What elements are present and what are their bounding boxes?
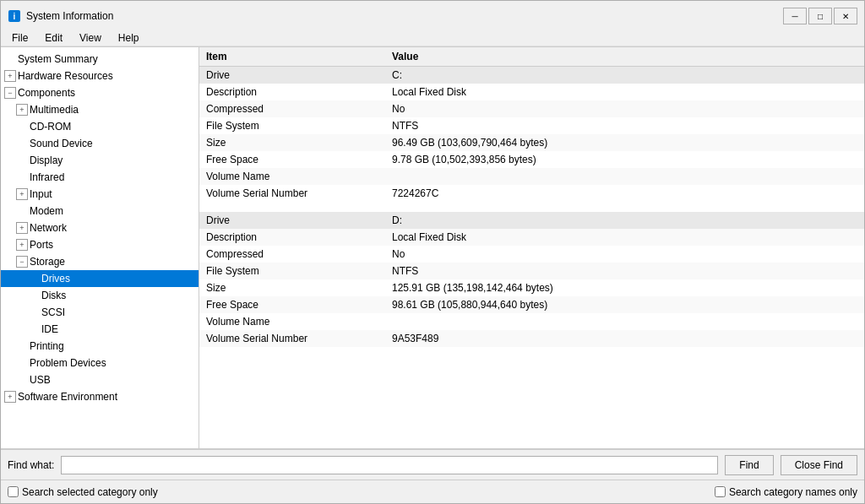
expander-cd-rom xyxy=(16,121,28,133)
sidebar-label-display: Display xyxy=(30,153,63,168)
table-row: Drive C: xyxy=(199,67,864,84)
sidebar-item-cd-rom[interactable]: CD-ROM xyxy=(1,118,199,135)
row-item: Compressed xyxy=(199,246,385,263)
sidebar-label-problem-devices: Problem Devices xyxy=(30,355,106,371)
sidebar-item-ports[interactable]: Ports xyxy=(1,236,199,253)
row-value: 125.91 GB (135,198,142,464 bytes) xyxy=(385,279,864,296)
table-row: Drive D: xyxy=(199,212,864,229)
menu-help[interactable]: Help xyxy=(111,30,147,44)
row-item: Drive xyxy=(199,212,385,229)
sidebar-label-scsi: SCSI xyxy=(41,305,65,320)
sidebar-item-ide[interactable]: IDE xyxy=(1,321,199,338)
row-value: NTFS xyxy=(385,263,864,279)
row-item: Description xyxy=(199,229,385,246)
find-label: Find what: xyxy=(8,459,54,471)
sidebar-label-network: Network xyxy=(30,220,67,236)
sidebar-item-modem[interactable]: Modem xyxy=(1,203,199,219)
row-value: Local Fixed Disk xyxy=(385,84,864,100)
expander-hardware-resources xyxy=(4,70,16,82)
checkbox-selected-category[interactable]: Search selected category only xyxy=(8,486,158,498)
sidebar-item-system-summary[interactable]: System Summary xyxy=(1,51,199,68)
close-button[interactable]: ✕ xyxy=(834,8,857,24)
sidebar-label-ide: IDE xyxy=(41,322,58,337)
expander-components xyxy=(4,87,16,99)
col-header-item: Item xyxy=(199,47,385,67)
table-row: Free Space 9.78 GB (10,502,393,856 bytes… xyxy=(199,151,864,168)
menu-view[interactable]: View xyxy=(72,30,109,44)
main-container: System Summary Hardware Resources Compon… xyxy=(1,46,864,448)
svg-text:i: i xyxy=(14,12,16,21)
sidebar-item-components[interactable]: Components xyxy=(1,84,199,101)
sidebar-label-infrared: Infrared xyxy=(30,170,64,185)
table-row: Volume Name xyxy=(199,313,864,330)
row-value: Local Fixed Disk xyxy=(385,229,864,246)
close-find-button[interactable]: Close Find xyxy=(781,455,857,475)
row-item: Volume Name xyxy=(199,168,385,185)
sidebar-label-hardware-resources: Hardware Resources xyxy=(18,68,113,84)
expander-multimedia xyxy=(16,104,28,116)
sidebar-item-input[interactable]: Input xyxy=(1,186,199,203)
sidebar-label-components: Components xyxy=(18,85,75,100)
sidebar-label-disks: Disks xyxy=(41,288,66,303)
row-value: 9.78 GB (10,502,393,856 bytes) xyxy=(385,151,864,168)
row-value: 96.49 GB (103,609,790,464 bytes) xyxy=(385,134,864,151)
sidebar: System Summary Hardware Resources Compon… xyxy=(1,47,199,448)
sidebar-label-input: Input xyxy=(30,187,52,202)
table-row: Description Local Fixed Disk xyxy=(199,229,864,246)
find-input[interactable] xyxy=(61,456,718,474)
table-row-empty xyxy=(199,202,864,212)
sidebar-item-printing[interactable]: Printing xyxy=(1,338,199,355)
sidebar-item-scsi[interactable]: SCSI xyxy=(1,304,199,321)
window-controls: ─ □ ✕ xyxy=(783,8,857,24)
expander-printing xyxy=(16,340,28,352)
expander-ports xyxy=(16,239,28,251)
checkbox-category-names-label: Search category names only xyxy=(729,486,857,498)
sidebar-item-network[interactable]: Network xyxy=(1,219,199,236)
row-item: Volume Name xyxy=(199,313,385,330)
table-row: Compressed No xyxy=(199,246,864,263)
row-value xyxy=(385,168,864,185)
sidebar-item-disks[interactable]: Disks xyxy=(1,287,199,304)
sidebar-item-drives[interactable]: Drives xyxy=(1,270,199,287)
sidebar-label-storage: Storage xyxy=(30,254,65,269)
expander-storage xyxy=(16,256,28,268)
sidebar-item-multimedia[interactable]: Multimedia xyxy=(1,101,199,118)
sidebar-item-hardware-resources[interactable]: Hardware Resources xyxy=(1,68,199,84)
expander-modem xyxy=(16,205,28,217)
checkbox-category-names[interactable]: Search category names only xyxy=(715,486,857,498)
sidebar-label-system-summary: System Summary xyxy=(18,51,98,67)
row-item: Volume Serial Number xyxy=(199,330,385,347)
row-value xyxy=(385,313,864,330)
app-icon: i xyxy=(8,9,21,23)
row-item: Compressed xyxy=(199,100,385,117)
sidebar-item-usb[interactable]: USB xyxy=(1,371,199,388)
menu-edit[interactable]: Edit xyxy=(37,30,70,44)
sidebar-item-display[interactable]: Display xyxy=(1,152,199,169)
table-row: Description Local Fixed Disk xyxy=(199,84,864,100)
sidebar-label-usb: USB xyxy=(30,372,51,387)
row-value: D: xyxy=(385,212,864,229)
expander-scsi xyxy=(28,306,40,318)
table-row: File System NTFS xyxy=(199,117,864,134)
maximize-button[interactable]: □ xyxy=(808,8,832,24)
sidebar-item-storage[interactable]: Storage xyxy=(1,253,199,270)
sidebar-label-cd-rom: CD-ROM xyxy=(30,119,71,134)
menu-file[interactable]: File xyxy=(4,30,35,44)
table-row: Size 125.91 GB (135,198,142,464 bytes) xyxy=(199,279,864,296)
row-item: Description xyxy=(199,84,385,100)
checkbox-selected-category-input[interactable] xyxy=(8,486,19,497)
sidebar-item-problem-devices[interactable]: Problem Devices xyxy=(1,355,199,371)
sidebar-item-software-environment[interactable]: Software Environment xyxy=(1,388,199,405)
sidebar-label-ports: Ports xyxy=(30,237,53,252)
expander-software-environment xyxy=(4,391,16,403)
row-item: Drive xyxy=(199,67,385,84)
title-bar: i System Information ─ □ ✕ xyxy=(1,1,864,28)
empty-separator xyxy=(199,202,864,212)
minimize-button[interactable]: ─ xyxy=(783,8,807,24)
sidebar-item-infrared[interactable]: Infrared xyxy=(1,169,199,186)
row-value: 7224267C xyxy=(385,185,864,202)
checkbox-category-names-input[interactable] xyxy=(715,486,726,497)
bottom-panel: Find what: Find Close Find Search select… xyxy=(1,448,864,503)
sidebar-item-sound-device[interactable]: Sound Device xyxy=(1,135,199,152)
find-button[interactable]: Find xyxy=(725,455,773,475)
